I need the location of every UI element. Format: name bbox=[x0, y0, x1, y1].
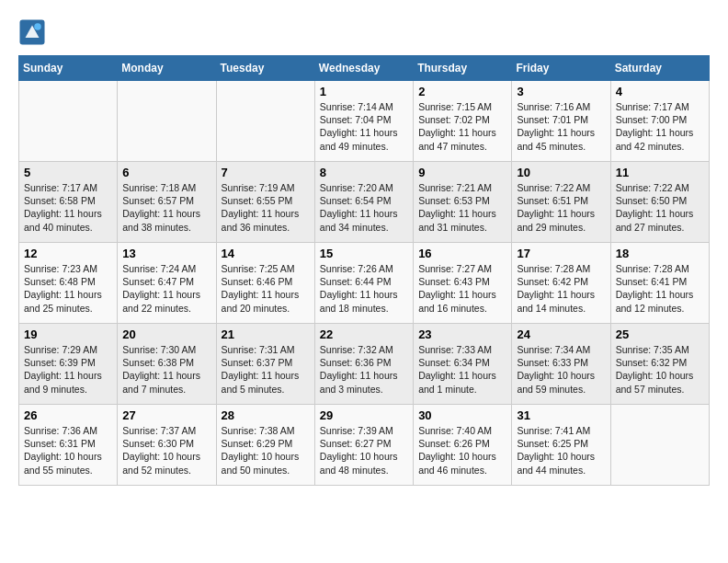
day-info: Sunrise: 7:38 AM Sunset: 6:29 PM Dayligh… bbox=[222, 424, 310, 477]
day-number: 18 bbox=[616, 247, 704, 260]
calendar-header: SundayMondayTuesdayWednesdayThursdayFrid… bbox=[19, 56, 710, 81]
day-cell: 2Sunrise: 7:15 AM Sunset: 7:02 PM Daylig… bbox=[414, 81, 512, 162]
day-number: 13 bbox=[122, 247, 210, 260]
day-number: 3 bbox=[517, 85, 605, 98]
day-info: Sunrise: 7:20 AM Sunset: 6:54 PM Dayligh… bbox=[320, 181, 408, 234]
day-cell bbox=[610, 405, 709, 486]
day-number: 23 bbox=[418, 327, 506, 341]
day-info: Sunrise: 7:30 AM Sunset: 6:38 PM Dayligh… bbox=[122, 343, 210, 396]
day-number: 21 bbox=[222, 327, 310, 341]
day-info: Sunrise: 7:26 AM Sunset: 6:44 PM Dayligh… bbox=[320, 262, 408, 315]
day-number: 22 bbox=[320, 327, 408, 341]
day-cell: 14Sunrise: 7:25 AM Sunset: 6:46 PM Dayli… bbox=[216, 243, 314, 324]
day-cell: 23Sunrise: 7:33 AM Sunset: 6:34 PM Dayli… bbox=[414, 324, 512, 405]
day-number: 1 bbox=[320, 85, 408, 98]
day-cell: 10Sunrise: 7:22 AM Sunset: 6:51 PM Dayli… bbox=[512, 162, 610, 243]
day-number: 8 bbox=[320, 166, 408, 179]
day-cell: 16Sunrise: 7:27 AM Sunset: 6:43 PM Dayli… bbox=[414, 243, 512, 324]
day-cell: 30Sunrise: 7:40 AM Sunset: 6:26 PM Dayli… bbox=[414, 405, 512, 486]
day-cell bbox=[19, 81, 118, 162]
day-number: 9 bbox=[418, 166, 506, 179]
day-cell: 3Sunrise: 7:16 AM Sunset: 7:01 PM Daylig… bbox=[512, 81, 610, 162]
header-cell-monday: Monday bbox=[118, 56, 216, 81]
week-row-4: 19Sunrise: 7:29 AM Sunset: 6:39 PM Dayli… bbox=[19, 324, 710, 405]
day-cell: 26Sunrise: 7:36 AM Sunset: 6:31 PM Dayli… bbox=[19, 405, 118, 486]
day-number: 6 bbox=[122, 166, 210, 179]
day-info: Sunrise: 7:39 AM Sunset: 6:27 PM Dayligh… bbox=[320, 424, 408, 477]
logo-icon bbox=[18, 18, 46, 46]
day-cell: 31Sunrise: 7:41 AM Sunset: 6:25 PM Dayli… bbox=[512, 405, 610, 486]
day-info: Sunrise: 7:23 AM Sunset: 6:48 PM Dayligh… bbox=[24, 262, 112, 315]
header-row: SundayMondayTuesdayWednesdayThursdayFrid… bbox=[19, 56, 710, 81]
header-cell-wednesday: Wednesday bbox=[314, 56, 413, 81]
day-number: 4 bbox=[616, 85, 704, 98]
day-cell: 9Sunrise: 7:21 AM Sunset: 6:53 PM Daylig… bbox=[414, 162, 512, 243]
day-cell: 7Sunrise: 7:19 AM Sunset: 6:55 PM Daylig… bbox=[216, 162, 314, 243]
day-number: 14 bbox=[222, 247, 310, 260]
day-cell: 11Sunrise: 7:22 AM Sunset: 6:50 PM Dayli… bbox=[610, 162, 709, 243]
day-number: 7 bbox=[222, 166, 310, 179]
week-row-3: 12Sunrise: 7:23 AM Sunset: 6:48 PM Dayli… bbox=[19, 243, 710, 324]
day-number: 27 bbox=[122, 408, 210, 422]
day-cell: 17Sunrise: 7:28 AM Sunset: 6:42 PM Dayli… bbox=[512, 243, 610, 324]
day-info: Sunrise: 7:34 AM Sunset: 6:33 PM Dayligh… bbox=[517, 343, 605, 396]
day-number: 26 bbox=[24, 408, 112, 422]
day-cell: 24Sunrise: 7:34 AM Sunset: 6:33 PM Dayli… bbox=[512, 324, 610, 405]
day-info: Sunrise: 7:40 AM Sunset: 6:26 PM Dayligh… bbox=[418, 424, 506, 477]
day-number: 31 bbox=[517, 408, 605, 422]
week-row-2: 5Sunrise: 7:17 AM Sunset: 6:58 PM Daylig… bbox=[19, 162, 710, 243]
day-cell bbox=[118, 81, 216, 162]
day-number: 19 bbox=[24, 327, 112, 341]
day-info: Sunrise: 7:25 AM Sunset: 6:46 PM Dayligh… bbox=[222, 262, 310, 315]
day-cell: 1Sunrise: 7:14 AM Sunset: 7:04 PM Daylig… bbox=[314, 81, 413, 162]
day-cell: 28Sunrise: 7:38 AM Sunset: 6:29 PM Dayli… bbox=[216, 405, 314, 486]
day-info: Sunrise: 7:28 AM Sunset: 6:41 PM Dayligh… bbox=[616, 262, 704, 315]
day-info: Sunrise: 7:14 AM Sunset: 7:04 PM Dayligh… bbox=[320, 100, 408, 153]
day-cell: 8Sunrise: 7:20 AM Sunset: 6:54 PM Daylig… bbox=[314, 162, 413, 243]
day-info: Sunrise: 7:17 AM Sunset: 7:00 PM Dayligh… bbox=[616, 100, 704, 153]
day-info: Sunrise: 7:36 AM Sunset: 6:31 PM Dayligh… bbox=[24, 424, 112, 477]
day-cell: 13Sunrise: 7:24 AM Sunset: 6:47 PM Dayli… bbox=[118, 243, 216, 324]
day-cell: 25Sunrise: 7:35 AM Sunset: 6:32 PM Dayli… bbox=[610, 324, 709, 405]
day-cell: 4Sunrise: 7:17 AM Sunset: 7:00 PM Daylig… bbox=[610, 81, 709, 162]
day-info: Sunrise: 7:35 AM Sunset: 6:32 PM Dayligh… bbox=[616, 343, 704, 396]
day-info: Sunrise: 7:41 AM Sunset: 6:25 PM Dayligh… bbox=[517, 424, 605, 477]
header-cell-friday: Friday bbox=[512, 56, 610, 81]
day-info: Sunrise: 7:18 AM Sunset: 6:57 PM Dayligh… bbox=[122, 181, 210, 234]
day-info: Sunrise: 7:37 AM Sunset: 6:30 PM Dayligh… bbox=[122, 424, 210, 477]
day-number: 16 bbox=[418, 247, 506, 260]
week-row-1: 1Sunrise: 7:14 AM Sunset: 7:04 PM Daylig… bbox=[19, 81, 710, 162]
day-info: Sunrise: 7:19 AM Sunset: 6:55 PM Dayligh… bbox=[222, 181, 310, 234]
day-info: Sunrise: 7:22 AM Sunset: 6:50 PM Dayligh… bbox=[616, 181, 704, 234]
day-cell: 12Sunrise: 7:23 AM Sunset: 6:48 PM Dayli… bbox=[19, 243, 118, 324]
day-cell: 6Sunrise: 7:18 AM Sunset: 6:57 PM Daylig… bbox=[118, 162, 216, 243]
day-cell: 5Sunrise: 7:17 AM Sunset: 6:58 PM Daylig… bbox=[19, 162, 118, 243]
day-info: Sunrise: 7:27 AM Sunset: 6:43 PM Dayligh… bbox=[418, 262, 506, 315]
day-cell: 18Sunrise: 7:28 AM Sunset: 6:41 PM Dayli… bbox=[610, 243, 709, 324]
page-header bbox=[18, 18, 710, 46]
calendar-table: SundayMondayTuesdayWednesdayThursdayFrid… bbox=[18, 55, 710, 486]
day-info: Sunrise: 7:21 AM Sunset: 6:53 PM Dayligh… bbox=[418, 181, 506, 234]
day-number: 10 bbox=[517, 166, 605, 179]
week-row-5: 26Sunrise: 7:36 AM Sunset: 6:31 PM Dayli… bbox=[19, 405, 710, 486]
day-info: Sunrise: 7:32 AM Sunset: 6:36 PM Dayligh… bbox=[320, 343, 408, 396]
day-cell: 29Sunrise: 7:39 AM Sunset: 6:27 PM Dayli… bbox=[314, 405, 413, 486]
svg-point-2 bbox=[34, 23, 41, 30]
day-info: Sunrise: 7:24 AM Sunset: 6:47 PM Dayligh… bbox=[122, 262, 210, 315]
day-cell: 21Sunrise: 7:31 AM Sunset: 6:37 PM Dayli… bbox=[216, 324, 314, 405]
day-info: Sunrise: 7:22 AM Sunset: 6:51 PM Dayligh… bbox=[517, 181, 605, 234]
day-number: 11 bbox=[616, 166, 704, 179]
day-info: Sunrise: 7:33 AM Sunset: 6:34 PM Dayligh… bbox=[418, 343, 506, 396]
day-cell: 19Sunrise: 7:29 AM Sunset: 6:39 PM Dayli… bbox=[19, 324, 118, 405]
day-info: Sunrise: 7:29 AM Sunset: 6:39 PM Dayligh… bbox=[24, 343, 112, 396]
day-number: 15 bbox=[320, 247, 408, 260]
day-number: 29 bbox=[320, 408, 408, 422]
day-number: 28 bbox=[222, 408, 310, 422]
day-cell: 22Sunrise: 7:32 AM Sunset: 6:36 PM Dayli… bbox=[314, 324, 413, 405]
header-cell-saturday: Saturday bbox=[610, 56, 709, 81]
day-info: Sunrise: 7:28 AM Sunset: 6:42 PM Dayligh… bbox=[517, 262, 605, 315]
day-info: Sunrise: 7:15 AM Sunset: 7:02 PM Dayligh… bbox=[418, 100, 506, 153]
header-cell-tuesday: Tuesday bbox=[216, 56, 314, 81]
day-cell: 15Sunrise: 7:26 AM Sunset: 6:44 PM Dayli… bbox=[314, 243, 413, 324]
day-cell: 27Sunrise: 7:37 AM Sunset: 6:30 PM Dayli… bbox=[118, 405, 216, 486]
